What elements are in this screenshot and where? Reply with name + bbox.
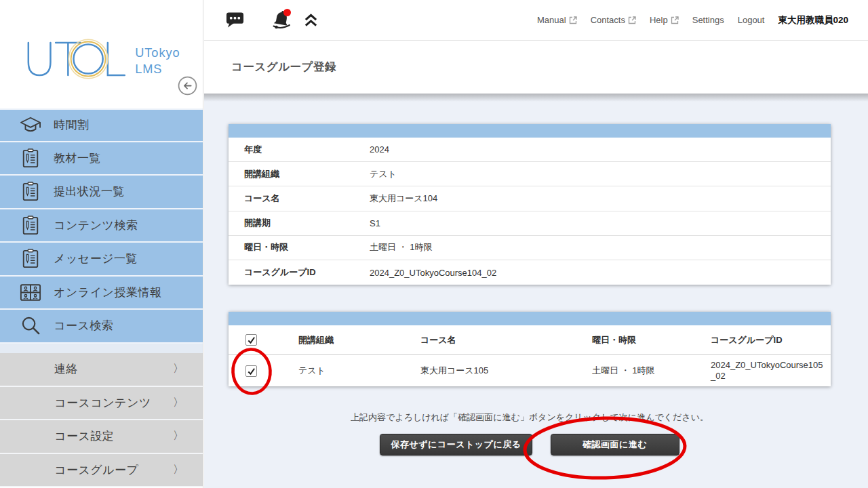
sidebar-item-label: コース設定 <box>54 428 114 444</box>
cell-schedule: 土曜日 ・ 1時限 <box>567 365 686 377</box>
sidebar-item-materials[interactable]: 教材一覧 <box>0 142 203 176</box>
row-value: 東大用コース104 <box>370 192 437 205</box>
table-row: コースグループID 2024_Z0_UTokyoCourse104_02 <box>229 260 831 285</box>
cell-group-id: 2024_Z0_UTokyoCourse105_02 <box>686 360 831 382</box>
external-link-icon <box>628 16 636 24</box>
sidebar-item-label: オンライン授業情報 <box>54 285 162 300</box>
username: 東大用教職員020 <box>778 14 848 26</box>
column-header-schedule: 曜日・時限 <box>567 334 686 346</box>
sidebar-item-course-settings[interactable]: コース設定 〉 <box>0 420 203 454</box>
table-row: 開講期 S1 <box>229 211 831 236</box>
help-link-label: Help <box>650 15 668 25</box>
external-link-icon <box>569 16 577 24</box>
help-link[interactable]: Help <box>650 15 679 25</box>
sidebar-item-course-group[interactable]: コースグループ 〉 <box>0 454 203 488</box>
selection-table-row: テスト 東大用コース105 土曜日 ・ 1時限 2024_Z0_UTokyoCo… <box>229 355 831 386</box>
column-header-course: コース名 <box>395 334 567 346</box>
sidebar-item-course-search[interactable]: コース検索 <box>0 310 203 344</box>
topbar-links: Manual Contacts Help <box>537 14 848 26</box>
action-buttons: 保存せずにコーストップに戻る 確認画面に進む <box>229 434 831 455</box>
sidebar-item-label: コースコンテンツ <box>54 395 151 411</box>
topbar-icons <box>226 9 318 31</box>
chat-icon[interactable] <box>226 12 244 29</box>
logo-subtitle-1: UTokyo <box>135 46 180 60</box>
logout-link[interactable]: Logout <box>738 15 765 25</box>
contacts-link[interactable]: Contacts <box>591 15 636 25</box>
column-header-group-id: コースグループID <box>686 335 831 346</box>
sidebar-item-content-search[interactable]: コンテンツ検索 <box>0 209 203 243</box>
row-value: 土曜日 ・ 1時限 <box>370 241 432 253</box>
manual-link-label: Manual <box>537 15 566 25</box>
row-label: 曜日・時限 <box>229 241 370 253</box>
back-to-course-top-button[interactable]: 保存せずにコーストップに戻る <box>380 434 532 455</box>
row-label: 開講期 <box>229 217 370 229</box>
select-all-checkbox[interactable] <box>245 334 257 346</box>
column-header-org: 開講組織 <box>273 334 395 346</box>
bell-icon[interactable] <box>271 9 292 31</box>
sidebar-section-divider <box>0 344 203 354</box>
settings-link-label: Settings <box>692 15 724 25</box>
course-info-table: 年度 2024 開講組織 テスト コース名 東大用コース104 開講期 S1 曜… <box>229 124 831 285</box>
utol-app: UTokyo LMS 時間割 <box>0 0 868 488</box>
row-label: コース名 <box>229 192 370 205</box>
row-value: 2024_Z0_UTokyoCourse104_02 <box>370 268 496 278</box>
checkmark-icon <box>247 336 256 344</box>
topbar: Manual Contacts Help <box>204 0 868 41</box>
row-label: 開講組織 <box>229 168 370 180</box>
page-title: コースグループ登録 <box>231 60 336 75</box>
utol-logo: UTokyo LMS <box>26 37 185 81</box>
clipboard-icon <box>18 215 43 236</box>
collapse-up-icon[interactable] <box>304 14 318 27</box>
clipboard-icon <box>18 248 43 269</box>
chevron-right-icon: 〉 <box>173 396 184 410</box>
selection-row-checkbox[interactable] <box>245 365 257 377</box>
logout-link-label: Logout <box>738 15 765 25</box>
table-accent-bar <box>229 124 831 138</box>
clipboard-icon <box>18 181 43 202</box>
sidebar-item-label: コース検索 <box>54 318 113 333</box>
sidebar-item-timetable[interactable]: 時間割 <box>0 108 203 142</box>
confirm-button[interactable]: 確認画面に進む <box>551 434 679 455</box>
row-value: 2024 <box>370 144 389 155</box>
manual-link[interactable]: Manual <box>537 15 577 25</box>
search-icon <box>18 315 43 336</box>
sidebar-item-label: 連絡 <box>54 361 78 377</box>
sidebar-item-course-contents[interactable]: コースコンテンツ 〉 <box>0 387 203 421</box>
logo-area: UTokyo LMS <box>0 0 203 108</box>
cell-org: テスト <box>273 365 395 377</box>
main-area: Manual Contacts Help <box>204 0 868 488</box>
sidebar-item-contact[interactable]: 連絡 〉 <box>0 353 203 387</box>
sidebar-item-label: 提出状況一覧 <box>54 184 125 199</box>
chevron-right-icon: 〉 <box>173 362 184 376</box>
arrow-left-circle-icon <box>178 76 197 96</box>
sidebar-item-message-list[interactable]: メッセージ一覧 <box>0 243 203 277</box>
cell-course: 東大用コース105 <box>395 365 567 377</box>
graduation-cap-icon <box>18 115 43 136</box>
row-label: コースグループID <box>229 266 370 279</box>
selection-table-header-row: 開講組織 コース名 曜日・時限 コースグループID <box>229 325 831 355</box>
sidebar-item-label: コースグループ <box>54 462 139 478</box>
content: 年度 2024 開講組織 テスト コース名 東大用コース104 開講期 S1 曜… <box>204 94 868 488</box>
sidebar-item-label: コンテンツ検索 <box>54 218 138 233</box>
table-row: 曜日・時限 土曜日 ・ 1時限 <box>229 236 831 260</box>
notification-dot <box>283 9 291 16</box>
row-value: テスト <box>370 168 397 180</box>
video-grid-icon <box>18 283 43 302</box>
external-link-icon <box>671 16 679 24</box>
sidebar-item-submission-status[interactable]: 提出状況一覧 <box>0 176 203 209</box>
row-value: S1 <box>370 218 380 228</box>
contacts-link-label: Contacts <box>591 15 625 25</box>
instruction-text: 上記内容でよろしければ「確認画面に進む」ボタンをクリックして次に進んでください。 <box>229 411 831 424</box>
course-selection-table: 開講組織 コース名 曜日・時限 コースグループID テスト 東大用コース1 <box>229 312 831 386</box>
sidebar-collapse-button[interactable] <box>177 76 197 96</box>
logo-subtitle-2: LMS <box>135 62 162 76</box>
clipboard-icon <box>18 148 43 169</box>
sidebar: UTokyo LMS 時間割 <box>0 0 203 488</box>
sidebar-item-label: 教材一覧 <box>54 150 101 166</box>
sidebar-primary-menu: 時間割 教材一覧 <box>0 108 203 344</box>
chevron-right-icon: 〉 <box>173 429 184 443</box>
sidebar-item-online-class-info[interactable]: オンライン授業情報 <box>0 277 203 310</box>
page-title-bar: コースグループ登録 <box>204 41 868 94</box>
settings-link[interactable]: Settings <box>692 15 724 25</box>
row-label: 年度 <box>229 144 370 156</box>
